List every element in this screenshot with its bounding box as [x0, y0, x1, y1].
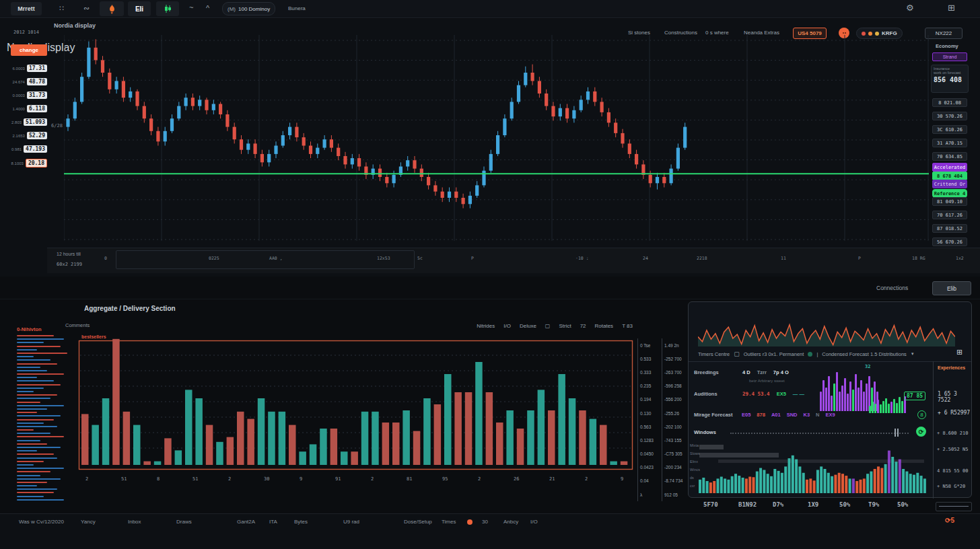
right-rail-row[interactable]: 81 049.10: [932, 197, 967, 206]
price-row[interactable]: 1.40006.118: [9, 105, 47, 112]
chevron-down-icon[interactable]: ▼: [911, 352, 915, 356]
right-rail-row[interactable]: 31 A70.15: [932, 139, 967, 147]
green-circle-icon[interactable]: 8: [917, 410, 926, 419]
toolbar-item[interactable]: Nitrides: [477, 323, 495, 329]
symbol-badge[interactable]: Eli: [128, 1, 151, 16]
table-row[interactable]: Mirage Forecast E05 878 A01 SND K3 N EX9: [694, 412, 930, 418]
edit-button[interactable]: Elib: [932, 281, 971, 295]
right-rail-row[interactable]: 70 617.26: [932, 211, 967, 219]
toolbar-item[interactable]: 72: [580, 323, 586, 329]
price-row[interactable]: 24.67448.78: [9, 78, 47, 85]
status-dot-icon: [467, 519, 473, 525]
status-item[interactable]: Bytes: [294, 519, 308, 525]
change-button[interactable]: change: [11, 44, 47, 56]
price-row[interactable]: 2.80351.093: [9, 118, 47, 126]
price-row[interactable]: 2.165352.29: [9, 132, 47, 139]
stat-value: 1X9: [808, 501, 818, 508]
minibar: [841, 386, 843, 411]
green-dot-icon: [808, 352, 812, 357]
right-rail-row[interactable]: Crittend Or: [932, 180, 967, 188]
table-row[interactable]: Breedings 4 D Tzrr 7p 4 O: [694, 369, 930, 375]
rightcol-v2: + 6 R52997: [938, 410, 970, 416]
gear-icon[interactable]: ⚙: [906, 3, 914, 13]
right-rail-row[interactable]: Accelerated: [932, 163, 967, 172]
right-rail-row[interactable]: 8 021.08: [932, 98, 967, 107]
candles-icon[interactable]: [156, 1, 179, 16]
apps-grid-icon[interactable]: ⊞: [948, 3, 955, 13]
sparkline-chart[interactable]: [698, 307, 955, 346]
axis-value: -252 700: [664, 352, 685, 365]
status-item[interactable]: Gant2A: [237, 519, 255, 525]
refresh-icon[interactable]: ⟳: [916, 427, 926, 437]
toolbar-item[interactable]: Deluxe: [520, 323, 536, 329]
status-item[interactable]: Draws: [176, 519, 192, 525]
volume-bar-chart[interactable]: [79, 336, 633, 472]
right-rail-row[interactable]: 30 570.26: [932, 112, 967, 120]
right-rail-row[interactable]: 3C 610.26: [932, 125, 967, 134]
strand-badge[interactable]: Strand: [932, 52, 967, 61]
section-title: Aggregate / Delivery Section: [84, 305, 176, 312]
feed-line: [17, 482, 47, 483]
slider-track[interactable]: [730, 433, 909, 434]
table-row[interactable]: Auditions 29.4 53.4 EX5 — —: [694, 391, 862, 397]
toolbar-item[interactable]: Strict: [559, 323, 571, 329]
candlestick-chart[interactable]: [64, 26, 929, 241]
status-item[interactable]: ITA: [269, 519, 277, 525]
status-item[interactable]: Inbox: [128, 519, 141, 525]
volume-x-label: 8: [157, 476, 160, 482]
panel-grid-icon[interactable]: ⊞: [956, 348, 963, 357]
right-rail-row[interactable]: 56 670.26: [932, 237, 967, 246]
corner-refresh-icon[interactable]: ⟳5: [945, 517, 954, 524]
price-row[interactable]: 0.98147.193: [9, 145, 47, 153]
caption-3: Condensed Forecast 1.5 Distributions: [822, 351, 906, 357]
status-item[interactable]: Yancy: [81, 519, 96, 525]
axis-value: 0.130: [640, 406, 660, 420]
square-icon[interactable]: ▢: [734, 351, 740, 357]
timeframe-pill[interactable]: (M) 100 Dominoy: [222, 2, 275, 15]
status-item[interactable]: I/O: [530, 519, 538, 525]
stat-value: 5F70: [703, 501, 718, 508]
status-item[interactable]: Dose/Setup: [404, 519, 432, 525]
axis-value: 0 Tse: [640, 338, 660, 352]
toolbar-item[interactable]: I/O: [503, 323, 511, 329]
axis-selection-box[interactable]: [116, 250, 415, 269]
toolbar-item[interactable]: T 83: [622, 323, 633, 329]
status-item[interactable]: Was w Cv/12/2020: [19, 519, 64, 525]
slider-label: Windows: [694, 429, 716, 435]
feed-line: [17, 367, 40, 368]
price-row[interactable]: 0.000331.73: [9, 92, 47, 99]
feed-line: [17, 338, 64, 340]
feed-line: [17, 346, 61, 347]
feed-line: [17, 458, 57, 459]
cell: EX9: [826, 412, 835, 418]
price-row[interactable]: 8.100320.18: [9, 159, 47, 168]
cell: — —: [793, 391, 804, 397]
slider-handle[interactable]: [895, 429, 899, 437]
toolbar-item[interactable]: ▢: [545, 323, 551, 329]
green-value-box: 87 85: [904, 392, 925, 400]
fire-icon[interactable]: ▼: [100, 1, 124, 16]
status-item[interactable]: 30: [482, 519, 488, 525]
axis-value: 0.194: [640, 393, 660, 406]
status-item[interactable]: Anbcy: [503, 519, 518, 525]
axis-value: -556 200: [664, 393, 685, 406]
axis-value: 0.533: [640, 352, 660, 365]
axis-value: -255.26: [664, 406, 685, 420]
wave-tool-icon[interactable]: ~: [189, 3, 193, 11]
volume-x-label: 2: [585, 476, 588, 482]
filter-icon[interactable]: ∾: [83, 4, 90, 13]
app-logo[interactable]: Mrrett: [11, 2, 42, 15]
connections-link[interactable]: Connections: [876, 285, 908, 291]
status-item[interactable]: Times: [442, 519, 456, 525]
status-item[interactable]: U9 rad: [343, 519, 359, 525]
toolbar-item[interactable]: Rotates: [595, 323, 614, 329]
mixed-bar-chart[interactable]: [698, 441, 927, 493]
right-rail-row[interactable]: 87 018.52: [932, 224, 967, 233]
trade-feed[interactable]: [17, 335, 73, 503]
right-rail-row[interactable]: 70 634.85: [932, 152, 967, 161]
volume-x-label: 51: [193, 476, 198, 482]
price-row[interactable]: 6.000317.31: [9, 65, 47, 72]
grid-dots-icon[interactable]: ∷: [59, 4, 64, 13]
nx-button[interactable]: NX222: [925, 28, 963, 39]
caret-tool-icon[interactable]: ^: [206, 4, 209, 12]
